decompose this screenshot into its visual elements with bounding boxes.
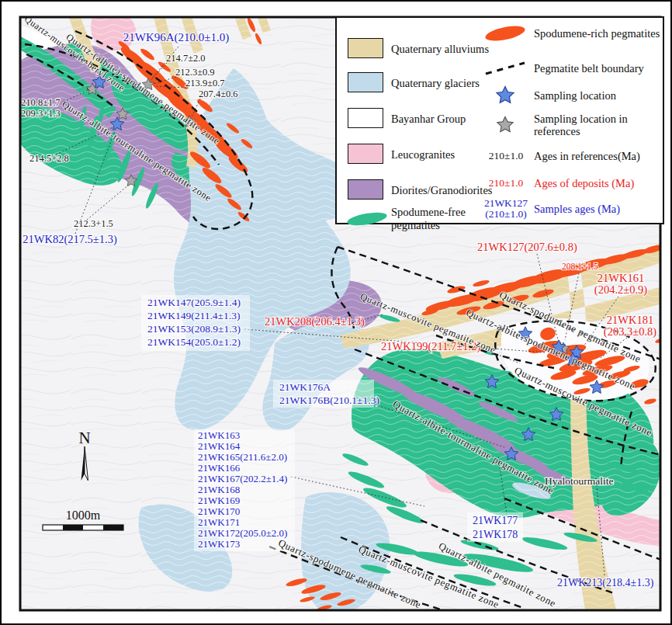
age-label: 21WK178 bbox=[473, 529, 518, 540]
legend-key-sample-age: (210±1.0) bbox=[476, 208, 535, 220]
reference-sampling-star-icon bbox=[483, 114, 528, 134]
sampling-location-star-icon bbox=[483, 85, 528, 105]
age-label: 21WK161 bbox=[598, 272, 644, 284]
age-label: 208.1+1.5 bbox=[562, 262, 598, 271]
age-label: 21WK213(218.4±1.3) bbox=[557, 577, 654, 589]
legend-label-sampling: Sampling location bbox=[534, 89, 666, 102]
age-label: 21WK154(205.0±1.2) bbox=[147, 336, 241, 348]
age-label: 214.7±2.0 bbox=[166, 53, 206, 64]
legend-key-age-reference: 210±1.0 bbox=[476, 150, 535, 162]
legend-label-age-reference: Ages in references(Ma) bbox=[534, 150, 666, 162]
age-label: (204.2±0.9) bbox=[594, 283, 648, 297]
age-label: 21WK82(217.5±1.3) bbox=[23, 233, 117, 246]
age-label: 21WK177 bbox=[473, 515, 518, 526]
geological-map-figure: 21WK96A(210.0±1.0)21WK82(217.5±1.3)21WK1… bbox=[0, 0, 672, 625]
legend-label-bayanhar: Bayanhar Group bbox=[391, 113, 466, 126]
spodumene-rich-lens-icon bbox=[483, 24, 528, 43]
age-label: 214.5+2.8 bbox=[29, 153, 69, 164]
legend-key-age-deposit: 210±1.0 bbox=[476, 177, 535, 189]
spodumene-rich-pegmatite-lens bbox=[660, 355, 672, 363]
age-label: 21WK173 bbox=[198, 538, 240, 550]
legend-label-spodumene-free: Spodumene-free pegmatites bbox=[391, 206, 484, 232]
legend-label-sample-ages: Samples ages (Ma) bbox=[534, 203, 666, 215]
age-label: 21WK168 bbox=[198, 484, 240, 495]
legend-swatch-leucogranite bbox=[348, 144, 383, 164]
age-label: 21WK165(211.6±2.0) bbox=[198, 451, 287, 463]
legend-swatch-glacier bbox=[348, 72, 383, 92]
age-label: 209.3+1.3 bbox=[21, 108, 61, 119]
age-label: 207.4±0.6 bbox=[199, 89, 238, 99]
age-label: 21WK171 bbox=[198, 516, 240, 528]
legend-label-spodumene-rich: Spodumene-rich pegmatites bbox=[534, 27, 666, 40]
age-label: 21WK172(205.0±2.0) bbox=[198, 527, 287, 539]
legend-label-age-deposit: Ages of deposits (Ma) bbox=[534, 177, 666, 189]
age-label: 212.3+1.5 bbox=[74, 218, 113, 229]
pegmatite-belt-boundary-icon bbox=[483, 58, 528, 78]
age-label: 21WK167(202.2±1.4) bbox=[198, 473, 287, 484]
legend-label-belt-boundary: Pegmatite belt boundary bbox=[534, 62, 666, 75]
age-label: 21WK208(206.4±1.3) bbox=[265, 315, 365, 328]
age-label: 21WK149(211.4±1.3) bbox=[147, 310, 240, 321]
age-label: 21WK127(207.6±0.8) bbox=[477, 241, 577, 254]
age-label: 210.8±1.7 bbox=[21, 97, 61, 108]
age-label: 21WK170 bbox=[198, 505, 240, 517]
legend-swatch-bayanhar bbox=[348, 108, 383, 128]
spodumene-free-lens-icon bbox=[345, 209, 390, 229]
age-label: 21WK181 bbox=[607, 314, 653, 326]
age-label: 21WK147(205.9±1.4) bbox=[147, 297, 241, 308]
legend-label-sampling-ref: Sampling location in references bbox=[534, 113, 658, 137]
age-label: 21WK163 bbox=[198, 429, 240, 441]
scale-label: 1000m bbox=[66, 509, 101, 522]
age-label: 21WK96A(210.0±1.0) bbox=[123, 31, 230, 44]
age-label: 21WK153(208.9±1.3) bbox=[147, 323, 241, 335]
age-label: (203.3±0.8) bbox=[604, 325, 657, 339]
map-legend: Quaternary alluviums Quaternary glaciers… bbox=[335, 16, 664, 224]
age-label: 212.3±0.9 bbox=[175, 67, 215, 78]
age-label: 21WK169 bbox=[198, 495, 240, 506]
legend-label-alluvium: Quaternary alluviums bbox=[391, 43, 489, 56]
age-label: 21WK176A bbox=[279, 381, 331, 393]
north-label: N bbox=[78, 429, 90, 447]
age-label: 213.9±0.7 bbox=[185, 78, 225, 89]
legend-label-glacier: Quaternary glaciers bbox=[391, 77, 480, 90]
age-label: 21WK164 bbox=[198, 440, 241, 452]
age-label: 21WK166 bbox=[198, 462, 241, 474]
legend-label-leucogranite: Leucogranites bbox=[391, 148, 455, 161]
legend-swatch-alluvium bbox=[348, 38, 383, 58]
age-label: 21WK176B(210.1±1.3) bbox=[279, 394, 379, 406]
legend-swatch-diorite bbox=[348, 179, 383, 200]
